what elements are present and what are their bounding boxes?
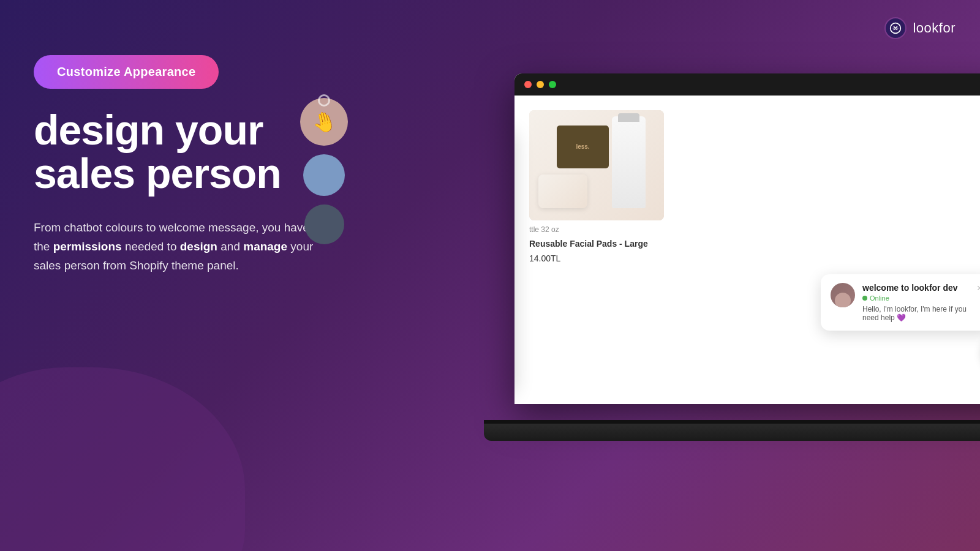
description-and: and <box>217 240 243 253</box>
swatch-pink[interactable]: 🤚 <box>300 98 348 146</box>
logo-text: lookfor <box>913 20 956 36</box>
mini-avatar-head <box>835 293 851 307</box>
left-content: Customize Appearance design your sales p… <box>34 55 328 276</box>
logo-area: lookfor <box>884 17 956 39</box>
product-name: Reusable Facial Pads - Large <box>529 239 980 249</box>
soap-bar <box>538 174 587 208</box>
bottle-body <box>612 116 646 208</box>
tag-text: less. <box>576 143 589 151</box>
description: From chatbot colours to welcome message,… <box>34 218 328 276</box>
product-tag: less. <box>557 126 609 168</box>
mini-notification-popup: welcome to lookfor dev Online Hello, I'm… <box>821 274 980 331</box>
product-price: 14.00TL <box>529 253 980 263</box>
status-text: Online <box>870 294 889 302</box>
headline: design your sales person <box>34 108 328 196</box>
description-mid: needed to <box>122 240 180 253</box>
browser-bar <box>514 73 980 96</box>
color-swatches: 🤚 <box>300 98 348 244</box>
hand-icon: 🤚 <box>310 109 339 134</box>
swatch-dark[interactable] <box>304 204 344 244</box>
mini-popup-message: Hello, I'm lookfor, I'm here if you need… <box>862 305 970 322</box>
headline-line1: design your <box>34 107 263 153</box>
browser-dot-yellow <box>537 81 544 88</box>
description-bold1: permissions <box>53 240 122 253</box>
browser-content: less. ttle 32 oz Reusable Facial Pads - … <box>514 96 980 404</box>
mini-popup-body: welcome to lookfor dev Online Hello, I'm… <box>862 283 970 322</box>
logo-icon <box>884 17 907 39</box>
laptop-base <box>484 424 980 441</box>
mini-popup-avatar <box>831 283 855 307</box>
browser-dot-green <box>549 81 556 88</box>
swatch-blue[interactable] <box>303 154 345 196</box>
right-area: less. ttle 32 oz Reusable Facial Pads - … <box>466 61 980 441</box>
browser-dot-red <box>524 81 532 88</box>
product-card: less. ttle 32 oz Reusable Facial Pads - … <box>529 110 980 263</box>
background-blob <box>0 367 245 551</box>
bottle-cap-visual <box>618 113 639 122</box>
swatch-ring <box>318 94 330 107</box>
shop-area: less. ttle 32 oz Reusable Facial Pads - … <box>514 96 980 404</box>
mini-popup-status: Online <box>862 294 970 302</box>
customize-button[interactable]: Customize Appearance <box>34 55 219 89</box>
status-online-dot <box>862 296 867 301</box>
product-image: less. <box>529 110 664 220</box>
mini-popup-title: welcome to lookfor dev <box>862 283 970 293</box>
mini-popup-close-button[interactable]: × <box>977 283 980 294</box>
lookfor-logo-svg <box>889 22 902 34</box>
description-bold2: design <box>180 240 217 253</box>
description-bold3: manage <box>243 240 287 253</box>
product-img-visual: less. <box>529 110 664 220</box>
product-subtitle: ttle 32 oz <box>529 225 980 234</box>
browser-window: less. ttle 32 oz Reusable Facial Pads - … <box>514 73 980 404</box>
headline-line2: sales person <box>34 150 281 197</box>
